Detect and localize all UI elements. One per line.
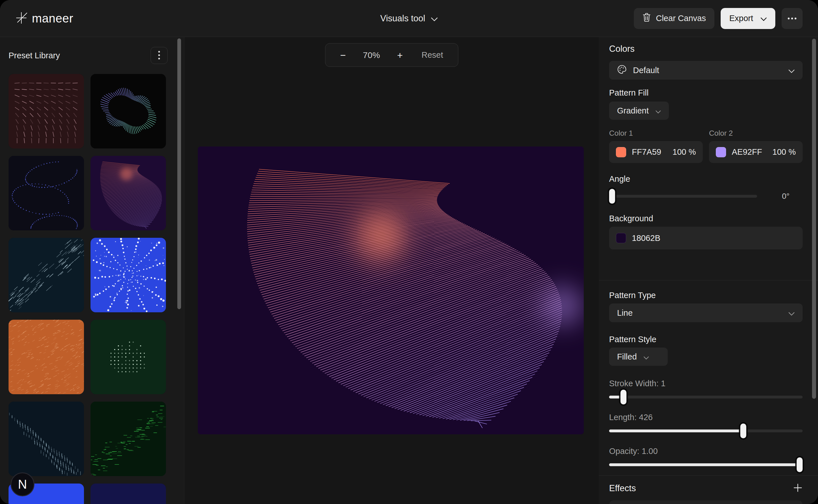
sidebar-title: Preset Library <box>9 51 60 60</box>
effects-heading: Effects <box>609 483 636 493</box>
chevron-down-icon <box>788 308 795 318</box>
length-slider-thumb[interactable] <box>740 424 746 438</box>
color1-label: Color 1 <box>609 129 703 138</box>
color1-picker[interactable]: FF7A59 100 % <box>609 141 703 163</box>
palette-select[interactable]: Default <box>609 61 803 80</box>
gradient-colors-row: Color 1 FF7A59 100 % Color 2 AE92FF 100 … <box>609 129 803 163</box>
plus-icon <box>793 483 803 493</box>
stroke-width-label: Stroke Width: 1 <box>609 379 803 388</box>
preset-thumbnail-glow-dot-row[interactable] <box>90 484 166 504</box>
app-window: maneer Visuals tool Clear Canvas Export <box>0 0 818 504</box>
pattern-style-label: Pattern Style <box>609 335 803 344</box>
background-picker[interactable]: 18062B <box>609 227 803 249</box>
color2-picker[interactable]: AE92FF 100 % <box>709 141 803 163</box>
zoom-toolbar: − 70% + Reset <box>325 43 458 67</box>
clear-canvas-label: Clear Canvas <box>656 14 706 23</box>
kebab-menu-icon <box>158 51 160 61</box>
length-slider[interactable] <box>609 429 803 432</box>
canvas-workspace[interactable]: − 70% + Reset <box>184 37 599 504</box>
preset-thumbnail-gradient-wave[interactable] <box>90 156 166 230</box>
section-divider <box>599 475 818 476</box>
asterisk-logo-icon <box>15 11 28 26</box>
zoom-in-button[interactable]: + <box>395 50 404 60</box>
preset-library-menu-button[interactable] <box>151 47 168 64</box>
preset-thumbnail-orange-texture[interactable] <box>9 320 84 394</box>
zoom-reset-button[interactable]: Reset <box>420 50 445 60</box>
preset-library-sidebar: Preset Library <box>0 37 184 504</box>
color1-swatch[interactable] <box>616 147 626 157</box>
color2-hex: AE92FF <box>732 147 762 157</box>
pattern-type-value: Line <box>617 308 782 318</box>
background-swatch[interactable] <box>616 233 626 243</box>
pattern-style-select[interactable]: Filled <box>609 348 668 366</box>
preset-grid <box>0 74 184 504</box>
background-hex: 18062B <box>632 234 660 243</box>
color1-opacity: 100 % <box>673 147 696 157</box>
settings-panel: Colors Default Pattern Fill Gradient <box>599 37 818 504</box>
length-label: Length: 426 <box>609 413 803 422</box>
color2-opacity: 100 % <box>772 147 796 157</box>
palette-value: Default <box>633 66 782 75</box>
sidebar-header: Preset Library <box>0 37 184 74</box>
add-effect-button[interactable] <box>793 483 803 493</box>
tool-selector[interactable]: Visuals tool <box>378 13 440 24</box>
stroke-width-slider[interactable] <box>609 396 803 398</box>
chevron-down-icon <box>656 106 661 115</box>
section-divider <box>599 280 818 280</box>
background-label: Background <box>609 214 803 223</box>
effect-item-repeat-wave[interactable]: Repeat Wave <box>609 500 803 504</box>
clear-canvas-button[interactable]: Clear Canvas <box>634 8 714 29</box>
sidebar-scrollbar[interactable] <box>177 38 181 309</box>
preset-thumbnail-radial-burst[interactable] <box>90 238 166 312</box>
angle-row: 0° <box>609 192 803 201</box>
trash-icon <box>642 13 651 24</box>
drawing-canvas[interactable] <box>198 146 584 434</box>
chevron-down-icon <box>644 352 649 362</box>
opacity-slider-thumb[interactable] <box>797 457 803 472</box>
pattern-type-label: Pattern Type <box>609 291 803 300</box>
color1-hex: FF7A59 <box>632 147 661 157</box>
color2-label: Color 2 <box>709 129 803 138</box>
angle-value: 0° <box>782 192 803 201</box>
preset-thumbnail-spoke-ring[interactable] <box>90 74 166 148</box>
angle-slider[interactable] <box>609 195 757 198</box>
topbar: maneer Visuals tool Clear Canvas Export <box>0 0 818 37</box>
preset-thumbnail-green-dashes[interactable] <box>90 402 166 476</box>
preset-thumbnail-rain-streaks[interactable] <box>9 238 84 312</box>
palette-icon <box>617 65 627 76</box>
preset-thumbnail-dash-grid[interactable] <box>9 74 84 148</box>
chevron-down-icon <box>761 14 767 23</box>
preset-thumbnail-dot-glyph[interactable] <box>90 320 166 394</box>
export-button[interactable]: Export <box>721 8 775 29</box>
opacity-slider[interactable] <box>609 463 803 466</box>
pattern-style-value: Filled <box>617 352 637 362</box>
more-options-button[interactable] <box>782 8 803 29</box>
pattern-fill-select[interactable]: Gradient <box>609 102 669 120</box>
panel-scrollbar[interactable] <box>812 39 816 399</box>
stroke-width-slider-thumb[interactable] <box>621 390 627 404</box>
zoom-out-button[interactable]: − <box>338 50 347 60</box>
chevron-down-icon <box>788 66 795 75</box>
tool-selector-label: Visuals tool <box>380 13 425 24</box>
more-dots-icon <box>787 16 797 20</box>
preset-thumbnail-dotted-loops[interactable] <box>9 156 84 230</box>
color2-swatch[interactable] <box>716 147 726 157</box>
angle-label: Angle <box>609 174 803 184</box>
brand: maneer <box>15 11 73 26</box>
chevron-down-icon <box>431 13 438 24</box>
angle-slider-thumb[interactable] <box>609 189 615 204</box>
brand-name: maneer <box>32 12 73 25</box>
opacity-label: Opacity: 1.00 <box>609 447 803 456</box>
pattern-fill-label: Pattern Fill <box>609 88 803 98</box>
export-label: Export <box>729 14 753 23</box>
zoom-level: 70% <box>363 50 380 60</box>
pattern-fill-value: Gradient <box>617 106 649 115</box>
nextjs-dev-badge[interactable]: N <box>11 472 34 496</box>
topbar-actions: Clear Canvas Export <box>634 8 803 29</box>
pattern-type-select[interactable]: Line <box>609 303 803 322</box>
colors-heading: Colors <box>609 44 803 54</box>
preset-thumbnail-tick-bands[interactable] <box>9 402 84 476</box>
